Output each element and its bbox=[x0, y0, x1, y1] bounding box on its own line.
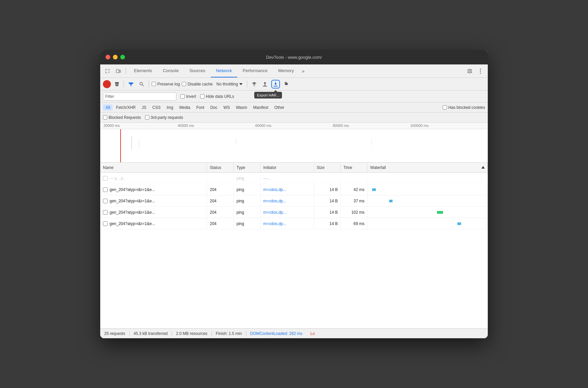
timeline-labels: 20000 ms 40000 ms 60000 ms 80000 ms 1000… bbox=[100, 123, 488, 129]
svg-rect-1 bbox=[119, 70, 121, 72]
search-icon[interactable] bbox=[137, 80, 146, 88]
export-har-button[interactable]: Export HAR... bbox=[271, 80, 280, 88]
record-button[interactable] bbox=[103, 80, 111, 88]
table-row[interactable]: gen_204?atyp=i&r=1&e... 204 ping m=cdos,… bbox=[100, 207, 488, 218]
type-filter-right: Has blocked cookies bbox=[443, 105, 485, 110]
type-filter-font[interactable]: Font bbox=[193, 105, 207, 111]
tab-console[interactable]: Console bbox=[157, 64, 184, 77]
timeline-label-4: 80000 ms bbox=[333, 123, 410, 129]
waterfall-bar-row1 bbox=[372, 188, 376, 191]
type-filter-wasm[interactable]: Wasm bbox=[233, 105, 250, 111]
row-checkbox[interactable] bbox=[103, 199, 108, 203]
th-initiator[interactable]: Initiator bbox=[261, 163, 314, 172]
invert-checkbox[interactable]: Invert bbox=[180, 94, 196, 99]
blocked-requests-checkbox[interactable]: Blocked Requests bbox=[103, 115, 141, 120]
devtools-window: DevTools - www.google.com/ Elements bbox=[100, 50, 488, 338]
table-row[interactable]: gen_204?atyp=i&r=1&e... 204 ping m=cdos,… bbox=[100, 195, 488, 207]
tab-memory[interactable]: Memory bbox=[273, 64, 299, 77]
svg-point-2 bbox=[480, 68, 481, 69]
th-name[interactable]: Name bbox=[100, 163, 207, 172]
filter-label: Filter bbox=[105, 94, 114, 99]
toolbar-divider-1 bbox=[126, 68, 126, 74]
traffic-lights bbox=[106, 55, 125, 59]
window-title: DevTools - www.google.com/ bbox=[266, 55, 322, 60]
type-filter-fetch-xhr[interactable]: Fetch/XHR bbox=[113, 105, 138, 111]
wifi-icon[interactable] bbox=[250, 80, 259, 88]
status-resources: 2.0 MB resources bbox=[172, 331, 212, 336]
type-filter-other[interactable]: Other bbox=[272, 105, 287, 111]
type-filter-all[interactable]: All bbox=[103, 105, 113, 111]
tab-list: Elements Console Sources Network Perform… bbox=[129, 64, 464, 77]
waterfall-bar-row3 bbox=[437, 211, 443, 214]
row-checkbox[interactable] bbox=[103, 221, 108, 226]
devtools-content: Elements Console Sources Network Perform… bbox=[100, 64, 488, 338]
svg-point-3 bbox=[480, 70, 481, 71]
type-filter-js[interactable]: JS bbox=[139, 105, 149, 111]
inspect-element-icon[interactable] bbox=[103, 66, 112, 76]
type-filter-doc[interactable]: Doc bbox=[207, 105, 220, 111]
timeline-bar-2 bbox=[139, 139, 139, 149]
settings-icon[interactable] bbox=[465, 66, 474, 76]
type-filter-manifest[interactable]: Manifest bbox=[251, 105, 271, 111]
filter-options: Invert Hide data URLs bbox=[180, 94, 234, 99]
has-blocked-cookies-checkbox[interactable]: Has blocked cookies bbox=[443, 105, 485, 110]
status-finish: Finish: 1.5 min bbox=[212, 331, 246, 336]
net-divider-2 bbox=[149, 81, 149, 87]
close-button[interactable] bbox=[106, 55, 110, 59]
clear-button[interactable] bbox=[113, 80, 121, 88]
type-filter-img[interactable]: Img bbox=[164, 105, 176, 111]
disable-cache-checkbox[interactable]: Disable cache bbox=[182, 82, 212, 86]
third-party-requests-checkbox[interactable]: 3rd-party requests bbox=[145, 115, 183, 120]
type-filter-media[interactable]: Media bbox=[177, 105, 193, 111]
network-settings-icon[interactable] bbox=[282, 80, 291, 88]
filter-input[interactable] bbox=[116, 94, 174, 99]
timeline-area[interactable]: 20000 ms 40000 ms 60000 ms 80000 ms 1000… bbox=[100, 123, 488, 163]
tab-elements[interactable]: Elements bbox=[129, 64, 157, 77]
th-type[interactable]: Type bbox=[234, 163, 261, 172]
timeline-label-3: 60000 ms bbox=[255, 123, 333, 129]
row-checkbox[interactable] bbox=[103, 210, 108, 215]
th-size[interactable]: Size bbox=[314, 163, 341, 172]
row-checkbox[interactable] bbox=[103, 187, 108, 192]
timeline-bar-3 bbox=[236, 138, 236, 144]
hide-data-urls-checkbox[interactable]: Hide data URLs bbox=[200, 94, 234, 99]
preserve-log-checkbox[interactable]: Preserve log bbox=[152, 82, 180, 86]
waterfall-sort-icon bbox=[481, 166, 485, 169]
top-toolbar: Elements Console Sources Network Perform… bbox=[100, 64, 488, 78]
timeline-bar-4 bbox=[372, 139, 372, 145]
status-transferred: 45.3 kB transferred bbox=[130, 331, 172, 336]
filter-input-wrapper: Filter bbox=[103, 92, 176, 101]
timeline-label-1: 20000 ms bbox=[100, 123, 178, 129]
tab-more-button[interactable]: » bbox=[299, 64, 307, 77]
minimize-button[interactable] bbox=[113, 55, 118, 59]
th-status[interactable]: Status bbox=[207, 163, 234, 172]
tab-network[interactable]: Network bbox=[211, 64, 238, 77]
th-waterfall[interactable]: Waterfall bbox=[368, 163, 488, 172]
upload-icon[interactable] bbox=[261, 80, 269, 88]
svg-point-5 bbox=[140, 82, 143, 85]
maximize-button[interactable] bbox=[120, 55, 125, 59]
timeline-redline bbox=[120, 129, 121, 163]
device-toggle-icon[interactable] bbox=[114, 66, 123, 76]
table-row[interactable]: gen_204?atyp=i&r=1&e... 204 ping m=cdos,… bbox=[100, 184, 488, 195]
export-tooltip: Export HAR... bbox=[254, 92, 282, 99]
throttle-select[interactable]: No throttling bbox=[215, 81, 245, 87]
table-row-truncated[interactable]: — y... p... ping —... bbox=[100, 173, 488, 184]
waterfall-bar-row4 bbox=[457, 222, 461, 225]
type-filter-css[interactable]: CSS bbox=[150, 105, 163, 111]
filter-icon[interactable] bbox=[127, 80, 135, 88]
net-divider-3 bbox=[247, 81, 247, 87]
th-time[interactable]: Time bbox=[341, 163, 368, 172]
type-filter-ws[interactable]: WS bbox=[221, 105, 233, 111]
tab-performance[interactable]: Performance bbox=[237, 64, 273, 77]
throttle-chevron-icon bbox=[239, 83, 243, 85]
tab-sources[interactable]: Sources bbox=[184, 64, 211, 77]
table-row[interactable]: gen_204?atyp=i&r=1&e... 204 ping m=cdos,… bbox=[100, 218, 488, 229]
network-table[interactable]: Name Status Type Initiator Size Time Wat… bbox=[100, 163, 488, 328]
more-options-icon[interactable] bbox=[476, 66, 485, 76]
row-checkbox[interactable] bbox=[103, 176, 108, 181]
status-bar: 25 requests 45.3 kB transferred 2.0 MB r… bbox=[100, 328, 488, 338]
svg-point-4 bbox=[480, 72, 481, 73]
table-header: Name Status Type Initiator Size Time Wat… bbox=[100, 163, 488, 173]
filter-row: Filter Invert Hide data URLs bbox=[100, 90, 488, 103]
